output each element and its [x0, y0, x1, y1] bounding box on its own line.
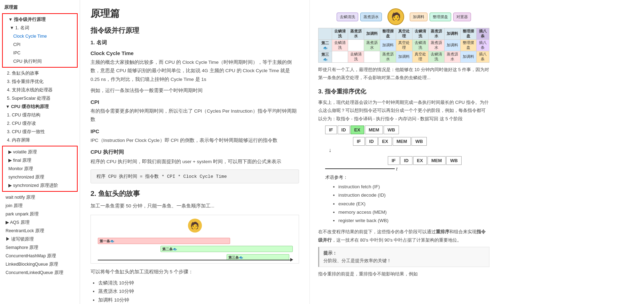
sidebar-item-reorder[interactable]: 3. 指令重排序优化: [0, 77, 80, 86]
term-label: 术语参考：: [325, 174, 489, 181]
sidebar-item-synchronized-adv[interactable]: ▶ synchronized 原理进阶: [3, 181, 77, 190]
sub1-para1: 主频的概念大家接触的比较多，而 CPU 的 Clock Cycle Time（时…: [91, 58, 299, 84]
time-arrow-container: t: [325, 166, 489, 172]
fish-pipeline-diagram: 🧑 第一条🐟 第二条🐟 第三条🐟: [91, 215, 299, 264]
pipeline-stages-row3: IF ID EX MEM WB: [388, 156, 489, 165]
step-2: 蒸煮沥水 10分钟: [98, 287, 299, 296]
sidebar-item-cpu-time[interactable]: CPU 执行时间: [3, 57, 77, 66]
sub3-para: IPC（Instruction Per Clock Cycle）即 CPI 的倒…: [91, 136, 299, 145]
time-arrow-line: [98, 260, 292, 260]
sidebar-group-instructions: ▼ 指令级并行原理 ▼ 1. 名词 Clock Cycle Time CPI I…: [2, 13, 78, 68]
sidebar-item-cpi[interactable]: CPI: [3, 40, 77, 49]
section3-title: 3. 指令重排序优化: [318, 88, 489, 96]
stage-EX: EX: [351, 126, 364, 134]
time-arrow-head: [290, 258, 293, 261]
fish-bar-1-label: 第一条🐟: [100, 239, 114, 244]
pipeline-stages-row2: IF ID EX MEM WB: [353, 137, 489, 146]
sidebar-item-terms[interactable]: ▼ 1. 名词: [3, 24, 77, 32]
node-zhengzhu: 蒸煮沥水: [360, 13, 382, 21]
terms-list: instruction fetch (IF) instruction decod…: [331, 183, 489, 225]
time-label: t: [396, 166, 398, 172]
worker-icon: 🧑: [188, 219, 202, 233]
sidebar-item-linkedblockingqueue[interactable]: LinkedBlockingQueue 原理: [0, 260, 80, 268]
stage-IF-3: IF: [388, 156, 400, 165]
stage-ID: ID: [338, 126, 350, 134]
code-formula: 程序 CPU 执行时间 = 指令数 * CPI * Clock Cycle Ti…: [91, 169, 299, 183]
sidebar-top-title: 原理篇: [0, 3, 80, 12]
fish-bar-1: 第一条🐟: [98, 238, 230, 244]
sidebar-item-volatile[interactable]: ▶ volatile 原理: [3, 148, 77, 156]
article-title: 指令级并行原理: [91, 26, 299, 35]
term-mem: memory access (MEM): [338, 208, 489, 216]
sidebar-group-volatile: ▶ volatile 原理 ▶ final 原理 Monitor 原理 sync…: [2, 146, 78, 192]
sidebar-item-monitor[interactable]: Monitor 原理: [3, 165, 77, 173]
section2-title: 2. 鱼缸头的故事: [91, 189, 299, 198]
sidebar-item-concurrentlinkedqueue[interactable]: ConcurrentLinkedQueue 原理: [0, 268, 80, 277]
stage-IF-2: IF: [353, 137, 365, 146]
term-if: instruction fetch (IF): [338, 183, 489, 191]
sidebar-item-readwritelock[interactable]: ▶ 读写锁原理: [0, 235, 80, 243]
sidebar-item-ipc[interactable]: IPC: [3, 49, 77, 57]
main-content: 原理篇 指令级并行原理 1. 名词 Clock Cycle Time 主频的概念…: [80, 0, 310, 304]
diagram-caption: 即使只有一个工人，最理想的情况是：他能够在 10 分钟内同时做好这 5 件事，因…: [318, 66, 489, 82]
node-zhengluo: 整理摆盘: [430, 13, 451, 21]
tip-box: 提示： 分阶段、分工是提升效率的关键！: [318, 247, 489, 267]
sub1-title: Clock Cycle Time: [91, 50, 299, 56]
fish-bar-2: 第二条🐟: [160, 246, 293, 252]
sidebar-item-reentrantlock[interactable]: ReentrantLock 原理: [0, 227, 80, 235]
sidebar-item-concurrenthashmap[interactable]: ConcurrentHashMap 原理: [0, 252, 80, 260]
step-1: 去鳞清洗 10分钟: [98, 279, 299, 287]
top-diagram: 去鳞清洗 蒸煮沥水 🧑 加调料 整理摆盘 对置器 去鳞清洗 蒸煮沥水 加调料 整…: [318, 8, 489, 82]
term-ex: execute (EX): [338, 200, 489, 208]
fish-bar-2-label: 第二条🐟: [162, 247, 177, 252]
sub4-para: 程序的 CPU 执行时间，即我们前面提到的 user + system 时间，可…: [91, 158, 299, 166]
sidebar-item-fish-story[interactable]: 2. 鱼缸头的故事: [0, 69, 80, 77]
steps-list: 去鳞清洗 10分钟 蒸煮沥水 10分钟 加调料 10分钟: [91, 279, 299, 304]
sidebar-item-aqs[interactable]: ▶ AQS 原理: [0, 218, 80, 227]
stage-WB: WB: [384, 126, 399, 134]
stage-MEM-3: MEM: [427, 156, 446, 165]
section1-title: 1. 名词: [91, 39, 299, 46]
sidebar-item-cpu-cache-struct[interactable]: 1. CPU 缓存结构: [0, 111, 80, 119]
sub1-para2: 例如，运行一条加法指令一般需要一个时钟周期时间: [91, 86, 299, 95]
sidebar-item-superscalar[interactable]: 5. SuperScalar 处理器: [0, 94, 80, 102]
sidebar-item-pipeline-cpu[interactable]: 4. 支持流水线的处理器: [0, 86, 80, 94]
sidebar-item-cpu-cache-read[interactable]: 2. CPU 缓存读: [0, 119, 80, 128]
sidebar-item-join[interactable]: join 原理: [0, 202, 80, 210]
section2-para: 加工一条鱼需要 50 分钟，只能一条鱼、一条鱼顺序加工...: [91, 202, 299, 210]
right-panel: 去鳞清洗 蒸煮沥水 🧑 加调料 整理摆盘 对置器 去鳞清洗 蒸煮沥水 加调料 整…: [310, 0, 498, 304]
down-arrow: ↓: [329, 147, 489, 153]
sidebar-item-instruction-parallel[interactable]: ▼ 指令级并行原理: [3, 15, 77, 24]
sidebar-item-memory-barrier[interactable]: 4. 内存屏障: [0, 136, 80, 144]
sidebar-item-cpu-cache-section[interactable]: ▼ CPU 缓存结构原理: [0, 102, 80, 111]
sidebar-item-synchronized[interactable]: synchronized 原理: [3, 173, 77, 181]
sidebar-item-clock-cycle-time[interactable]: Clock Cycle Time: [3, 32, 77, 40]
sidebar-item-park-unpark[interactable]: park unpark 原理: [0, 210, 80, 218]
section3-para3: 指令重排的前提是，重排指令不能影响结果，例如: [318, 270, 489, 278]
time-line: [325, 168, 395, 169]
sidebar-item-semaphore[interactable]: Semaphore 原理: [0, 243, 80, 252]
section3-para1: 事实上，现代处理器会设计为一个时钟周期完成一条执行时间最长的 CPU 指令。为什…: [318, 98, 489, 123]
tip-title: 提示：: [323, 250, 485, 256]
sidebar-item-wait-notify[interactable]: wait notify 原理: [0, 193, 80, 202]
sidebar-item-final[interactable]: ▶ final 原理: [3, 156, 77, 165]
sidebar-item-cpu-cache-consistency[interactable]: 3. CPU 缓存一致性: [0, 128, 80, 136]
stage-IF: IF: [325, 126, 337, 134]
stage-ID-3: ID: [400, 156, 413, 165]
tip-content: 分阶段、分工是提升效率的关键！: [323, 258, 485, 264]
pipeline-table: 去鳞清洗 蒸煮沥水 加调料 整理摆盘 真空处理 去鳞清洗 蒸煮沥水 加调料 整理…: [318, 28, 489, 63]
pipeline-stages-row1: IF ID EX MEM WB: [325, 126, 489, 134]
node-tiaoling: 加调料: [410, 13, 427, 21]
node-duanzhi: 对置器: [453, 13, 471, 21]
node-qinxi: 去鳞清洗: [337, 13, 358, 21]
stage-WB-2: WB: [411, 137, 427, 146]
sub3-title: IPC: [91, 128, 299, 134]
fish-bar-3-label: 第三条🐟: [228, 255, 243, 260]
sidebar: 原理篇 ▼ 指令级并行原理 ▼ 1. 名词 Clock Cycle Time C…: [0, 0, 80, 304]
page-title: 原理篇: [91, 7, 299, 20]
diagram-top-row: 去鳞清洗 蒸煮沥水 🧑 加调料 整理摆盘 对置器: [318, 8, 489, 25]
stage-MEM: MEM: [365, 126, 383, 134]
term-wb: register write back (WB): [338, 216, 489, 225]
sub2-para: 有的指令需要更多的时钟周期时间，所以引出了 CPI（Cycles Per Ins…: [91, 107, 299, 124]
stage-WB-3: WB: [446, 156, 462, 165]
